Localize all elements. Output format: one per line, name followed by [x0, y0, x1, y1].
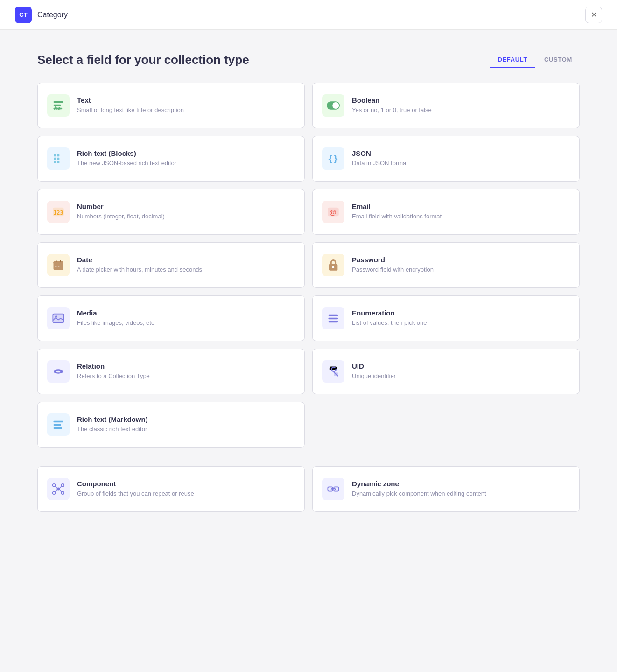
default-fields-grid: Aa Text Small or long text like title or…	[37, 83, 580, 448]
section-divider	[37, 459, 580, 466]
field-card-text[interactable]: Aa Text Small or long text like title or…	[37, 83, 305, 128]
page-title: Select a field for your collection type	[37, 53, 249, 67]
field-info-email: Email Email field with validations forma…	[352, 203, 570, 221]
component-icon	[52, 483, 65, 496]
svg-point-24	[332, 266, 335, 268]
field-card-date[interactable]: Date A date picker with hours, minutes a…	[37, 242, 305, 288]
field-icon-json: {}	[322, 147, 344, 170]
svg-rect-36	[54, 427, 63, 429]
field-card-number[interactable]: 123 Number Numbers (integer, float, deci…	[37, 189, 305, 235]
field-info-dynamic-zone: Dynamic zone Dynamically pick component …	[352, 480, 570, 498]
close-icon: ✕	[591, 10, 597, 19]
svg-rect-20	[60, 260, 61, 263]
field-name-blocks: Rich text (Blocks)	[77, 149, 295, 157]
field-card-uid[interactable]: UID Unique identifier	[312, 349, 580, 394]
field-name-enumeration: Enumeration	[352, 309, 570, 317]
boolean-icon	[327, 99, 340, 112]
field-name-email: Email	[352, 203, 570, 210]
uid-icon	[327, 365, 340, 378]
dynamic-zone-icon	[327, 483, 340, 496]
svg-line-43	[59, 486, 62, 489]
field-info-text: Text Small or long text like title or de…	[77, 96, 295, 114]
field-name-password: Password	[352, 256, 570, 264]
media-icon	[52, 312, 65, 325]
field-icon-text: Aa	[47, 94, 70, 117]
field-desc-date: A date picker with hours, minutes and se…	[77, 266, 295, 274]
svg-line-44	[55, 490, 57, 492]
svg-rect-8	[54, 158, 56, 160]
field-card-enumeration[interactable]: Enumeration List of values, then pick on…	[312, 295, 580, 341]
field-desc-uid: Unique identifier	[352, 372, 570, 380]
svg-rect-29	[329, 318, 338, 320]
svg-point-41	[61, 491, 64, 494]
field-card-rich-text-blocks[interactable]: Rich text (Blocks) The new JSON-based ri…	[37, 136, 305, 182]
section-header: Select a field for your collection type …	[37, 52, 580, 68]
default-fields-section: Aa Text Small or long text like title or…	[37, 83, 580, 448]
field-name-text: Text	[77, 96, 295, 104]
svg-rect-18	[54, 261, 63, 264]
svg-rect-33	[334, 372, 338, 376]
markdown-icon	[52, 418, 65, 431]
field-name-markdown: Rich text (Markdown)	[77, 415, 295, 423]
tab-custom[interactable]: CUSTOM	[537, 52, 580, 68]
field-icon-enumeration	[322, 307, 344, 329]
field-desc-json: Data in JSON format	[352, 159, 570, 168]
field-info-uid: UID Unique identifier	[352, 362, 570, 380]
field-desc-media: Files like images, videos, etc	[77, 319, 295, 327]
field-desc-password: Password field with encryption	[352, 266, 570, 274]
svg-text:Aa: Aa	[54, 105, 61, 111]
field-desc-email: Email field with validations format	[352, 212, 570, 221]
svg-point-39	[61, 484, 64, 487]
svg-rect-21	[55, 266, 57, 266]
field-info-date: Date A date picker with hours, minutes a…	[77, 256, 295, 274]
field-info-blocks: Rich text (Blocks) The new JSON-based ri…	[77, 149, 295, 168]
field-icon-email: @	[322, 201, 344, 223]
close-button[interactable]: ✕	[585, 7, 602, 23]
field-icon-number: 123	[47, 201, 70, 223]
field-info-password: Password Password field with encryption	[352, 256, 570, 274]
top-bar-left: CT Category	[15, 7, 68, 23]
field-icon-dynamic-zone	[322, 478, 344, 500]
field-card-media[interactable]: Media Files like images, videos, etc	[37, 295, 305, 341]
field-card-password[interactable]: Password Password field with encryption	[312, 242, 580, 288]
field-card-boolean[interactable]: Boolean Yes or no, 1 or 0, true or false	[312, 83, 580, 128]
field-info-media: Media Files like images, videos, etc	[77, 309, 295, 327]
field-desc-boolean: Yes or no, 1 or 0, true or false	[352, 106, 570, 114]
component-fields-grid: Component Group of fields that you can r…	[37, 466, 580, 512]
field-name-component: Component	[77, 480, 295, 488]
field-card-email[interactable]: @ Email Email field with validations for…	[312, 189, 580, 235]
svg-rect-35	[54, 424, 61, 426]
ct-badge: CT	[15, 7, 32, 23]
field-desc-component: Group of fields that you can repeat or r…	[77, 490, 295, 498]
field-info-markdown: Rich text (Markdown) The classic rich te…	[77, 415, 295, 434]
field-card-dynamic-zone[interactable]: Dynamic zone Dynamically pick component …	[312, 466, 580, 512]
field-info-relation: Relation Refers to a Collection Type	[77, 362, 295, 380]
tab-default[interactable]: DEFAULT	[490, 52, 535, 68]
svg-rect-11	[57, 161, 60, 163]
field-desc-number: Numbers (integer, float, decimal)	[77, 212, 295, 221]
field-icon-blocks	[47, 147, 70, 170]
field-card-json[interactable]: {} JSON Data in JSON format	[312, 136, 580, 182]
field-name-date: Date	[77, 256, 295, 264]
field-icon-relation	[47, 360, 70, 383]
number-icon: 123	[52, 205, 65, 218]
field-desc-dynamic-zone: Dynamically pick component when editing …	[352, 490, 570, 498]
field-name-dynamic-zone: Dynamic zone	[352, 480, 570, 488]
field-name-media: Media	[77, 309, 295, 317]
enumeration-icon	[327, 312, 340, 325]
field-card-relation[interactable]: Relation Refers to a Collection Type	[37, 349, 305, 394]
field-name-uid: UID	[352, 362, 570, 370]
field-icon-date	[47, 254, 70, 276]
field-card-component[interactable]: Component Group of fields that you can r…	[37, 466, 305, 512]
field-card-rich-text-markdown[interactable]: Rich text (Markdown) The classic rich te…	[37, 402, 305, 448]
field-icon-boolean	[322, 94, 344, 117]
blocks-icon	[52, 152, 65, 165]
top-bar: CT Category ✕	[0, 0, 617, 30]
svg-point-31	[54, 370, 56, 373]
svg-point-27	[55, 315, 57, 318]
svg-rect-47	[334, 487, 339, 491]
field-name-relation: Relation	[77, 362, 295, 370]
svg-rect-6	[54, 154, 56, 157]
field-icon-component	[47, 478, 70, 500]
field-info-boolean: Boolean Yes or no, 1 or 0, true or false	[352, 96, 570, 114]
